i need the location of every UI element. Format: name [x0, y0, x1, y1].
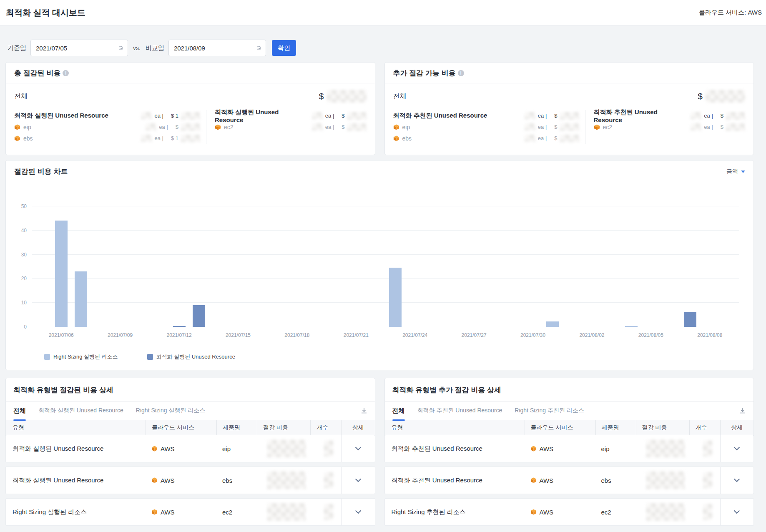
gridline — [32, 230, 739, 231]
table-row: Right Sizing 추천된 리소스 AWS ec2 — [385, 499, 754, 525]
top-bar: 최적화 실적 대시보드 클라우드 서비스: AWS — [0, 0, 766, 26]
value-line: ea |$ — [296, 110, 367, 121]
chart-unit-dropdown[interactable]: 금액 — [726, 168, 745, 176]
chart-x-axis-labels: 2021/07/062021/07/092021/07/122021/07/15… — [32, 332, 739, 342]
redacted-cost — [646, 503, 685, 521]
y-axis-tick-label: 50 — [21, 203, 27, 209]
redacted-count — [324, 504, 333, 520]
chart-bar — [193, 305, 205, 327]
product-item: eip — [14, 121, 130, 133]
legend-item[interactable]: Right Sizing 실행된 리소스 — [44, 353, 118, 361]
chevron-down-icon[interactable] — [734, 508, 740, 514]
x-axis-tick-label: 2021/07/09 — [108, 332, 133, 338]
table-row: Right Sizing 실행된 리소스 AWS ec2 — [6, 499, 375, 525]
y-axis-tick-label: 10 — [21, 300, 27, 306]
product-item: eip — [393, 121, 509, 133]
value-line: ea |$ — [509, 133, 579, 144]
calendar-icon[interactable] — [119, 45, 123, 51]
download-icon[interactable] — [361, 407, 367, 414]
chevron-down-icon[interactable] — [355, 444, 361, 450]
value-line: ea |$ — [509, 110, 579, 121]
product-item: ebs — [393, 133, 509, 144]
card-title: 추가 절감 가능 비용 — [393, 68, 456, 78]
tab-all[interactable]: 전체 — [13, 402, 26, 420]
summary-group: 최적화 추천된 Unused Resource eip ebs ea |$ ea… — [393, 110, 579, 144]
x-axis-tick-label: 2021/07/24 — [402, 332, 427, 338]
gridline — [32, 302, 739, 303]
value-line: ea |$ — [296, 121, 367, 133]
overall-label: 전체 — [14, 92, 28, 101]
chevron-down-icon[interactable] — [355, 476, 361, 482]
chart-bar — [389, 268, 402, 327]
info-icon[interactable]: i — [458, 70, 464, 76]
saved-cost-detail-table: 최적화 유형별 절감된 비용 상세 전체 최적화 실행된 Unused Reso… — [6, 378, 375, 525]
tab-recommended-unused[interactable]: 최적화 추천된 Unused Resource — [417, 402, 502, 420]
chevron-down-icon[interactable] — [734, 444, 740, 450]
gridline — [32, 206, 739, 206]
value-line: ea |$ — [130, 121, 200, 133]
gridline — [32, 278, 739, 279]
page-title: 최적화 실적 대시보드 — [6, 7, 85, 18]
aws-cube-icon — [14, 135, 20, 142]
redacted-count — [703, 441, 712, 457]
legend-swatch — [147, 354, 153, 360]
aws-cube-icon — [530, 509, 537, 515]
chart-title: 절감된 비용 차트 — [14, 167, 68, 176]
aws-cube-icon — [215, 124, 221, 130]
table-row: 최적화 추천된 Unused Resource AWS ebs — [385, 467, 754, 494]
base-date-value[interactable] — [36, 45, 119, 52]
value-line: ea |$ 1 — [130, 110, 200, 121]
aws-cube-icon — [530, 477, 537, 484]
tab-right-sizing[interactable]: Right Sizing 실행된 리소스 — [136, 402, 205, 420]
x-axis-tick-label: 2021/08/08 — [697, 332, 722, 338]
compare-date-value[interactable] — [174, 45, 257, 52]
group-header: 최적화 실행된 Unused Resource — [215, 110, 296, 121]
redacted-cost — [267, 440, 306, 457]
summary-cards-row: 총 절감된 비용 i 전체 $ 최적화 실행된 Unused Resource … — [6, 63, 753, 155]
legend-swatch — [44, 354, 50, 360]
aws-cube-icon — [14, 124, 20, 130]
redacted-count — [324, 441, 333, 457]
aws-cube-icon — [151, 509, 158, 515]
chart-bar — [55, 221, 68, 327]
total-amount: $ — [698, 90, 745, 103]
legend-label: Right Sizing 실행된 리소스 — [53, 353, 118, 361]
x-axis-tick-label: 2021/07/27 — [462, 332, 487, 338]
table-tabs: 전체 최적화 실행된 Unused Resource Right Sizing … — [6, 402, 375, 420]
overall-label: 전체 — [393, 92, 407, 101]
x-axis-tick-label: 2021/07/18 — [284, 332, 309, 338]
info-icon[interactable]: i — [63, 70, 69, 76]
legend-item[interactable]: 최적화 실행된 Unused Resource — [147, 353, 235, 361]
redacted-count — [703, 472, 712, 488]
x-axis-tick-label: 2021/08/05 — [638, 332, 663, 338]
compare-date-input[interactable] — [168, 40, 266, 56]
redacted-cost — [646, 440, 685, 457]
total-amount: $ — [319, 90, 367, 103]
x-axis-tick-label: 2021/07/30 — [520, 332, 545, 338]
tab-all[interactable]: 전체 — [392, 402, 405, 420]
total-saved-cost-card: 총 절감된 비용 i 전체 $ 최적화 실행된 Unused Resource … — [6, 63, 375, 155]
calendar-icon[interactable] — [257, 45, 261, 51]
redacted-total-value — [706, 90, 745, 103]
chevron-down-icon[interactable] — [355, 508, 361, 514]
group-header: 최적화 추천된 Unused Resource — [594, 110, 676, 121]
chart-bar — [75, 271, 87, 327]
redacted-cost — [267, 503, 306, 521]
y-axis-tick-label: 0 — [24, 324, 27, 330]
table-row: 최적화 실행된 Unused Resource AWS ebs — [6, 467, 375, 494]
redacted-count — [703, 504, 712, 520]
x-axis-tick-label: 2021/07/15 — [226, 332, 251, 338]
table-row: 최적화 추천된 Unused Resource AWS eip — [385, 435, 754, 462]
chevron-down-icon[interactable] — [734, 476, 740, 482]
confirm-button[interactable]: 확인 — [272, 40, 296, 56]
redacted-cost — [646, 472, 685, 489]
table-title: 최적화 유형별 절감된 비용 상세 — [6, 378, 375, 402]
aws-cube-icon — [151, 445, 158, 452]
base-date-input[interactable] — [30, 40, 128, 56]
tab-right-sizing-recommended[interactable]: Right Sizing 추천된 리소스 — [515, 402, 584, 420]
download-icon[interactable] — [739, 407, 746, 414]
detail-tables-row: 최적화 유형별 절감된 비용 상세 전체 최적화 실행된 Unused Reso… — [6, 378, 753, 525]
chart-legend: Right Sizing 실행된 리소스최적화 실행된 Unused Resou… — [44, 353, 739, 361]
chart-bar — [684, 312, 696, 327]
tab-optimized-unused[interactable]: 최적화 실행된 Unused Resource — [38, 402, 123, 420]
